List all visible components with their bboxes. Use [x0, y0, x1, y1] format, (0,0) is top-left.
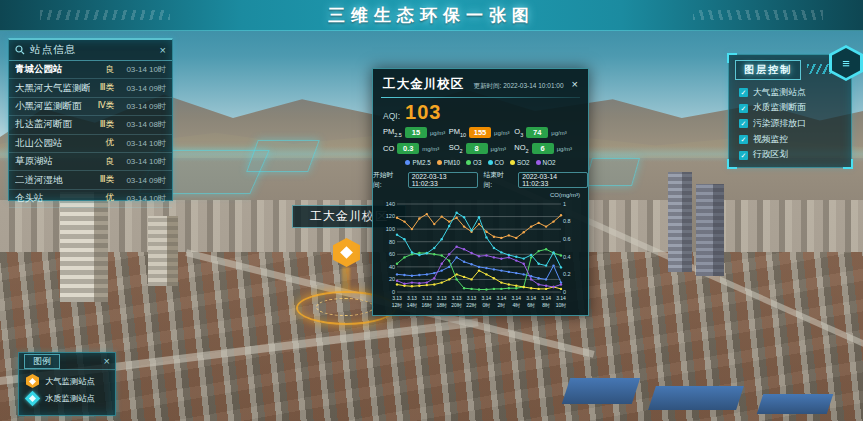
pollutant-name: SO2	[449, 143, 463, 154]
station-time: 03-14 08时	[114, 119, 166, 130]
pollutant-reading: PM2.515μg/m³	[383, 127, 449, 138]
station-time: 03-14 10时	[114, 156, 166, 167]
layer-item[interactable]: ✓水质监测断面	[739, 101, 845, 117]
svg-text:140: 140	[386, 201, 395, 207]
layer-list: ✓大气监测站点✓水质监测断面✓污染源排放口✓视频监控✓行政区划	[739, 85, 845, 163]
pollutant-unit: mg/m³	[422, 146, 439, 152]
chart-legend-item[interactable]: O3	[466, 159, 481, 166]
chart-legend-label: SO2	[517, 159, 530, 166]
highlight-wireframe	[584, 158, 640, 186]
station-name: 北山公园站	[15, 137, 90, 150]
pollutant-value-badge: 155	[469, 127, 491, 138]
svg-text:0.2: 0.2	[563, 271, 571, 277]
blue-roof-warehouse	[757, 394, 833, 414]
chart-legend-label: PM10	[444, 159, 460, 166]
pollutant-readings: PM2.515μg/m³PM10155μg/m³O374μg/m³CO0.3mg…	[373, 125, 588, 157]
svg-text:3.13: 3.13	[407, 295, 417, 301]
pollutant-name: CO	[383, 144, 394, 153]
svg-text:10时: 10时	[556, 302, 567, 308]
search-icon	[15, 45, 25, 55]
checkbox-checked-icon[interactable]: ✓	[739, 151, 748, 160]
station-row[interactable]: 北山公园站优03-14 10时	[9, 135, 172, 153]
start-time-input[interactable]: 2022-03-13 11:02:33	[408, 172, 478, 188]
chart-legend-item[interactable]: PM10	[437, 159, 460, 166]
pollutant-name: O3	[514, 127, 523, 138]
station-name: 大黑河大气监测断面	[15, 82, 90, 95]
air-station-icon	[26, 374, 39, 388]
chart-legend: PM2.5PM10O3COSO2NO2	[373, 157, 588, 168]
layer-item-label: 水质监测断面	[753, 102, 806, 114]
checkbox-checked-icon[interactable]: ✓	[739, 104, 748, 113]
svg-text:14时: 14时	[407, 302, 418, 308]
update-time-label: 更新时间:	[474, 82, 502, 89]
chart-legend-label: CO	[495, 159, 504, 166]
chart-legend-item[interactable]: PM2.5	[405, 159, 430, 166]
station-row[interactable]: 大黑河大气监测断面Ⅲ类03-14 09时	[9, 79, 172, 97]
highrise-tower	[668, 172, 692, 272]
legend-dot-icon	[536, 160, 541, 165]
station-detail-popup: 工大金川校区 更新时间: 2022-03-14 10:01:00 × AQI: …	[372, 68, 589, 316]
pollutant-value-badge: 0.3	[397, 143, 419, 154]
close-icon[interactable]: ×	[570, 78, 580, 90]
pollutant-reading: SO28μg/m³	[449, 143, 515, 154]
legend-item-label: 水质监测站点	[45, 393, 95, 404]
pollutant-reading: NO26μg/m³	[514, 143, 580, 154]
svg-text:0.4: 0.4	[563, 254, 571, 260]
station-row[interactable]: 二道河湿地Ⅲ类03-14 09时	[9, 171, 172, 189]
close-icon[interactable]: ×	[104, 356, 110, 367]
legend-dot-icon	[405, 160, 410, 165]
white-tower	[60, 192, 108, 302]
checkbox-checked-icon[interactable]: ✓	[739, 88, 748, 97]
station-row[interactable]: 小黑河监测断面Ⅳ类03-14 09时	[9, 98, 172, 116]
layers-glyph: ≡	[832, 48, 860, 78]
pollutant-name: NO2	[514, 143, 528, 154]
chart-legend-label: O3	[473, 159, 481, 166]
svg-text:1: 1	[563, 201, 566, 207]
layer-item-label: 大气监测站点	[753, 87, 806, 99]
update-time: 更新时间: 2022-03-14 10:01:00	[470, 82, 564, 91]
svg-text:20: 20	[389, 276, 395, 282]
start-time-label: 开始时间:	[373, 170, 402, 190]
station-list-title: 站点信息	[30, 43, 155, 57]
station-value: 优	[90, 192, 114, 204]
station-value: Ⅳ类	[90, 100, 114, 112]
legend-dot-icon	[466, 160, 471, 165]
station-time: 03-14 10时	[114, 64, 166, 75]
station-time: 03-14 09时	[114, 83, 166, 94]
station-time: 03-14 10时	[114, 193, 166, 204]
layer-item[interactable]: ✓行政区划	[739, 147, 845, 163]
legend-item: 水质监测站点	[19, 388, 115, 405]
blue-roof-warehouse	[562, 378, 640, 404]
svg-text:120: 120	[386, 213, 395, 219]
chart-legend-item[interactable]: NO2	[536, 159, 556, 166]
checkbox-checked-icon[interactable]: ✓	[739, 119, 748, 128]
station-time: 03-14 09时	[114, 101, 166, 112]
station-name: 二道河湿地	[15, 174, 90, 187]
chart-legend-item[interactable]: SO2	[510, 159, 530, 166]
highrise-tower	[696, 184, 724, 276]
station-row[interactable]: 草原湖站良03-14 10时	[9, 153, 172, 171]
checkbox-checked-icon[interactable]: ✓	[739, 135, 748, 144]
svg-text:3.14: 3.14	[496, 295, 506, 301]
station-row[interactable]: 青城公园站良03-14 10时	[9, 61, 172, 79]
pollutant-unit: μg/m³	[557, 146, 572, 152]
aqi-value: 103	[405, 101, 441, 124]
layer-item[interactable]: ✓大气监测站点	[739, 85, 845, 101]
station-name: 青城公园站	[15, 63, 90, 76]
aqi-row: AQI: 103	[373, 98, 588, 125]
close-icon[interactable]: ×	[160, 45, 166, 56]
header-decoration	[40, 10, 170, 20]
layer-panel-title: 图层控制	[735, 60, 801, 80]
layer-item[interactable]: ✓污染源排放口	[739, 116, 845, 132]
station-row[interactable]: 扎达盖河断面Ⅲ类03-14 08时	[9, 116, 172, 134]
svg-text:3.13: 3.13	[437, 295, 447, 301]
chart-legend-item[interactable]: CO	[488, 159, 504, 166]
pollutant-name: PM2.5	[383, 127, 402, 138]
white-tower-small	[148, 216, 178, 286]
svg-text:0.8: 0.8	[563, 218, 571, 224]
end-time-input[interactable]: 2022-03-14 11:02:33	[518, 172, 588, 188]
layer-item[interactable]: ✓视频监控	[739, 132, 845, 148]
pollutant-value-badge: 15	[405, 127, 427, 138]
station-row[interactable]: 仓头站优03-14 10时	[9, 190, 172, 208]
svg-text:22时: 22时	[466, 302, 477, 308]
